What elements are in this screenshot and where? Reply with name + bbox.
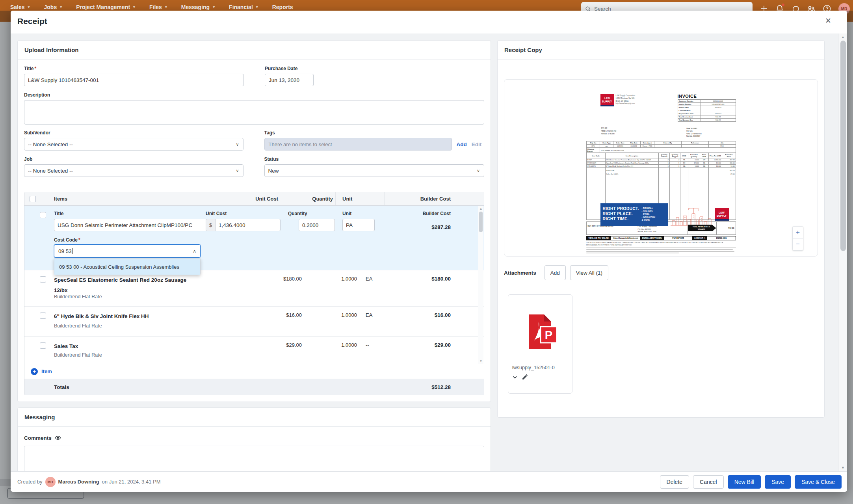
column-header-unit-cost: Unit Cost bbox=[202, 192, 282, 205]
invoice-company-block: L&W Supply Corporation 1 ABC Parkway Ste… bbox=[616, 94, 636, 122]
attachments-view-all-button[interactable]: View All (1) bbox=[570, 265, 608, 280]
modal-header: Receipt ✕ bbox=[11, 11, 847, 33]
nav-item-messaging[interactable]: Messaging▼ bbox=[181, 4, 216, 10]
page-title: Receipt bbox=[17, 17, 47, 26]
scroll-down-icon[interactable]: ▼ bbox=[479, 359, 483, 363]
close-icon[interactable]: ✕ bbox=[825, 17, 831, 24]
description-field[interactable] bbox=[24, 100, 484, 125]
invoice-total-due: 512.28 bbox=[717, 222, 736, 235]
avatar: MD bbox=[45, 477, 56, 487]
row-checkbox[interactable] bbox=[40, 312, 46, 319]
purchase-date-label: Purchase Date bbox=[265, 66, 314, 71]
comments-label: Comments bbox=[24, 435, 52, 441]
unit-cost-input[interactable]: 1,436.4000 bbox=[215, 219, 281, 231]
invoice-info-table: Customer Number152501-0001 Invoice Numbe… bbox=[678, 99, 736, 122]
item-unit: -- bbox=[366, 342, 369, 348]
plus-icon: + bbox=[31, 368, 38, 375]
row-checkbox[interactable] bbox=[40, 276, 46, 283]
item-row[interactable]: SpecSeal ES Elastomeric Sealant Red 20oz… bbox=[24, 270, 484, 307]
cost-code-input[interactable]: 09 53 ∧ bbox=[54, 244, 201, 258]
chevron-down-icon: ∨ bbox=[236, 168, 239, 173]
item-row[interactable]: Sales Tax Buildertrend Flat Rate $29.00 … bbox=[24, 337, 484, 364]
upload-information-card: Upload Information Title* L&W Supply 101… bbox=[17, 40, 491, 402]
nav-item-jobs[interactable]: Jobs▼ bbox=[44, 4, 63, 10]
item-row[interactable]: 6" Hyde Blk & Slv Joint Knife Flex HH Bu… bbox=[24, 307, 484, 337]
nav-item-reports[interactable]: Reports bbox=[272, 4, 293, 10]
sub-vendor-label: Sub/Vendor bbox=[24, 130, 243, 136]
save-button[interactable]: Save bbox=[765, 475, 791, 489]
scrollbar-thumb[interactable] bbox=[479, 212, 483, 232]
delete-button[interactable]: Delete bbox=[660, 475, 689, 489]
item-title: Sales Tax bbox=[54, 341, 196, 351]
svg-text:P: P bbox=[545, 328, 553, 341]
item-title-label: Title bbox=[54, 211, 63, 216]
item-title: 6" Hyde Blk & Slv Joint Knife Flex HH bbox=[54, 311, 196, 322]
column-header-unit: Unit bbox=[336, 192, 385, 205]
select-all-checkbox[interactable] bbox=[30, 196, 36, 202]
scroll-up-icon[interactable]: ▲ bbox=[479, 207, 483, 210]
title-field[interactable]: L&W Supply 1010463547-001 bbox=[24, 74, 244, 86]
sub-vendor-select[interactable]: -- None Selected --∨ bbox=[24, 138, 243, 151]
scrollbar-thumb[interactable] bbox=[840, 41, 846, 251]
scroll-up-icon[interactable]: ▲ bbox=[841, 33, 845, 41]
description-label: Description bbox=[24, 92, 484, 98]
unit-input[interactable]: PA bbox=[342, 219, 375, 231]
attachment-card[interactable]: P lwsupply_152501-0 bbox=[508, 294, 572, 394]
modal-scrollbar[interactable]: ▲ ▼ bbox=[838, 33, 847, 471]
modal-footer: Created by MD Marcus Downing on Jun 21, … bbox=[11, 471, 847, 492]
add-item-button[interactable]: + Item bbox=[24, 364, 484, 379]
chevron-down-icon: ▼ bbox=[212, 5, 216, 9]
totals-row: Totals $512.28 bbox=[24, 379, 484, 395]
nav-item-project-management[interactable]: Project Management▼ bbox=[76, 4, 136, 10]
zoom-out-button[interactable]: − bbox=[793, 239, 803, 251]
chevron-down-icon[interactable] bbox=[512, 374, 518, 380]
cancel-button[interactable]: Cancel bbox=[693, 475, 724, 489]
purchase-date-field[interactable]: Jun 13, 2020 bbox=[265, 74, 314, 86]
comment-editor[interactable] bbox=[24, 446, 484, 471]
chevron-down-icon: ∨ bbox=[477, 168, 480, 173]
modal-body: Upload Information Title* L&W Supply 101… bbox=[11, 33, 838, 471]
item-cost-code: Buildertrend Flat Rate bbox=[54, 323, 102, 329]
chevron-down-icon: ▼ bbox=[132, 5, 136, 9]
item-row-expanded: Title USG Donn Seismic Perimeter Attachm… bbox=[24, 206, 484, 270]
chevron-down-icon: ▼ bbox=[255, 5, 259, 9]
item-builder-cost: $16.00 bbox=[435, 312, 451, 318]
nav-item-files[interactable]: Files▼ bbox=[149, 4, 168, 10]
section-title-receipt-copy: Receipt Copy bbox=[498, 41, 824, 60]
invoice-image: L&WSUPPLY L&W Supply Corporation 1 ABC P… bbox=[586, 85, 736, 257]
new-bill-button[interactable]: New Bill bbox=[728, 475, 761, 489]
row-checkbox[interactable] bbox=[40, 212, 46, 218]
tags-add-link[interactable]: Add bbox=[457, 141, 467, 147]
unit-label: Unit bbox=[342, 211, 351, 216]
builder-cost-label: Builder Cost bbox=[423, 211, 451, 216]
chevron-down-icon: ▼ bbox=[27, 5, 31, 9]
items-table-header: Items Unit Cost Quantity Unit Builder Co… bbox=[24, 192, 484, 206]
nav-item-sales[interactable]: Sales▼ bbox=[10, 4, 31, 10]
text-caret bbox=[72, 248, 72, 254]
chevron-down-icon: ▼ bbox=[59, 5, 63, 9]
quantity-label: Quantity bbox=[288, 211, 307, 216]
title-label: Title* bbox=[24, 66, 244, 71]
item-builder-cost: $29.00 bbox=[435, 342, 451, 348]
pdf-file-icon: P bbox=[523, 311, 558, 356]
section-title-upload-information: Upload Information bbox=[18, 41, 491, 60]
job-select[interactable]: -- None Selected --∨ bbox=[24, 164, 243, 177]
scroll-down-icon[interactable]: ▼ bbox=[841, 464, 845, 471]
edit-pencil-icon[interactable] bbox=[522, 374, 528, 380]
totals-value: $512.28 bbox=[431, 384, 484, 390]
currency-prefix: $ bbox=[206, 219, 215, 231]
cost-code-option[interactable]: 09 53 00 - Acoustical Ceiling Suspension… bbox=[54, 259, 200, 275]
item-unit-cost: $16.00 bbox=[202, 312, 302, 318]
skyline-illustration bbox=[670, 206, 713, 226]
row-checkbox[interactable] bbox=[40, 342, 46, 349]
attachments-add-button[interactable]: Add bbox=[545, 265, 566, 280]
lw-supply-logo-small: L&WSUPPLY bbox=[715, 208, 729, 221]
created-by: Created by MD Marcus Downing on Jun 21, … bbox=[17, 477, 161, 487]
tags-field: There are no items to select bbox=[264, 138, 452, 151]
status-select[interactable]: New∨ bbox=[264, 164, 485, 177]
zoom-in-button[interactable]: + bbox=[793, 227, 803, 239]
items-scrollbar[interactable]: ▲ ▼ bbox=[478, 206, 483, 364]
nav-item-financial[interactable]: Financial▼ bbox=[229, 4, 259, 10]
save-close-button[interactable]: Save & Close bbox=[795, 475, 842, 489]
quantity-input[interactable]: 0.2000 bbox=[299, 219, 335, 231]
